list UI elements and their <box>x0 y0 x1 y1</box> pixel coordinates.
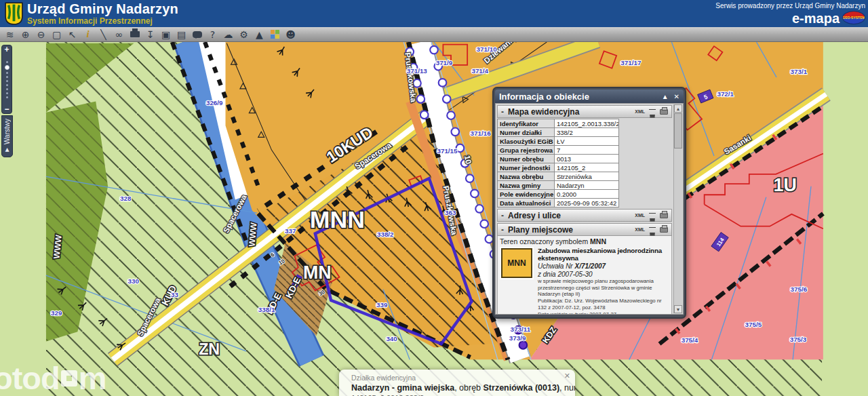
parcel-number: 375/6 <box>791 285 808 293</box>
xml-icon[interactable]: XML <box>635 213 645 218</box>
user-feedback-icon[interactable]: ☻ <box>285 28 296 41</box>
zoom-minus-button[interactable]: − <box>4 105 9 113</box>
popup-titlebar[interactable]: Informacja o obiekcie ▲ ✕ <box>495 90 684 103</box>
close-icon[interactable]: ✕ <box>674 93 679 100</box>
parcel-number: 371/15 <box>437 147 458 155</box>
section-plany: - Plany miejscowe XML Teren oznaczony sy… <box>497 223 672 315</box>
parcel-number: 371/16 <box>471 130 492 137</box>
collapse-icon[interactable]: - <box>501 225 504 235</box>
table-row: Numer jednostki142105_2 <box>498 163 619 172</box>
plan-publication: Publikacja: Dz. Urz. Województwa Mazowie… <box>538 298 669 311</box>
coordinates-pin-icon[interactable]: ↧ <box>144 28 156 41</box>
resolution-number: X/71/2007 <box>574 262 606 270</box>
zoom-slider-handle[interactable] <box>5 65 9 70</box>
object-info-icon[interactable]: i <box>82 28 94 41</box>
object-info-popup: Informacja o obiekcie ▲ ✕ - Mapa ewidenc… <box>492 87 686 319</box>
copy-view-icon[interactable]: ▣ <box>160 28 172 41</box>
print-icon[interactable] <box>129 28 140 41</box>
xml-icon[interactable]: XML <box>635 109 645 114</box>
section-header[interactable]: - Plany miejscowe XML <box>497 223 672 236</box>
basemap-mosaic-icon[interactable] <box>269 28 281 41</box>
zoom-slider-track[interactable] <box>5 54 9 105</box>
print-icon[interactable] <box>660 109 668 115</box>
close-icon[interactable]: ✕ <box>564 372 570 380</box>
parcel-number: 328 <box>120 195 132 202</box>
layers-tab[interactable]: ▼ Warstwy <box>1 115 13 157</box>
list-icon[interactable] <box>649 213 656 218</box>
plan-effective-date: Data wejścia w życie: 2007-07-27 <box>538 311 669 315</box>
parcel-number: 337 <box>285 227 296 235</box>
parcel-number: 373/9 <box>509 334 526 342</box>
parcel-number: 340 <box>386 335 397 342</box>
parcel-number: 330 <box>128 277 140 285</box>
comment-icon[interactable] <box>191 28 203 41</box>
parcel-number: 329 <box>51 309 62 317</box>
parcel-info-bar: ✕ Działka ewidencyjna Nadarzyn - gmina w… <box>339 370 575 396</box>
collapse-icon[interactable]: - <box>501 107 504 117</box>
scroll-down-icon[interactable]: ▼ <box>674 305 682 313</box>
parcel-number: 373/1 <box>791 68 808 75</box>
select-area-icon[interactable]: ▢ <box>51 28 62 41</box>
help-icon[interactable]: ? <box>207 28 218 41</box>
scroll-up-icon[interactable]: ▲ <box>674 104 682 113</box>
section-title: Plany miejscowe <box>508 225 631 235</box>
link-icon[interactable]: ∞ <box>113 28 125 41</box>
table-row: Klasoużytki EGiBŁV <box>498 137 619 146</box>
print-icon[interactable] <box>660 213 668 218</box>
map-canvas[interactable]: 5 3 114 105 <box>0 42 868 396</box>
popup-scrollbar[interactable]: ▲ ▼ <box>673 104 682 313</box>
popup-body: - Mapa ewidencyjna XML Identyfikator1421… <box>495 103 684 315</box>
road-width-label: 10 <box>463 155 473 165</box>
pointer-icon[interactable]: ↖ <box>66 28 78 41</box>
layers-tab-label: Warstwy <box>3 119 11 144</box>
table-row: Nazwa gminyNadarzyn <box>498 181 619 190</box>
section-header[interactable]: - Mapa ewidencyjna XML <box>497 105 672 118</box>
parcel-number: 371/10 <box>477 45 498 53</box>
emapa-brand[interactable]: e-mapa <box>792 11 840 26</box>
settings-icon[interactable]: ⚙ <box>238 28 250 41</box>
collapse-icon[interactable]: - <box>501 211 504 220</box>
panels-icon[interactable]: ▤ <box>176 28 187 41</box>
table-row: Grupa rejestrowa7 <box>498 146 619 155</box>
parcel-number: 373/11 <box>511 325 531 333</box>
minimize-icon[interactable]: ▲ <box>662 93 669 100</box>
scrollbar-thumb[interactable] <box>674 113 682 148</box>
toolbar: ≋ ⊕ ⊖ ▢ ↖ i ╲ ∞ ↧ ▣ ▤ ? ☁ ⚙ ▲ ☻ <box>0 27 868 42</box>
parcel-number: 338/2 <box>377 231 394 238</box>
xml-icon[interactable]: XML <box>635 227 645 232</box>
north-arrow-icon[interactable]: ▲ <box>254 28 265 41</box>
map-container: 5 3 114 105 <box>0 42 868 396</box>
app: Urząd Gminy Nadarzyn System Informacji P… <box>0 0 868 396</box>
table-row: Identyfikator142105_2.0013.338/2 <box>498 119 619 128</box>
parcel-number: 371/4 <box>471 67 488 75</box>
plan-details: Teren oznaczony symbolem MNN MNN Zabudow… <box>497 236 672 315</box>
section-header[interactable]: - Adresy i ulice XML <box>497 209 672 222</box>
section-adresy: - Adresy i ulice XML <box>497 209 672 222</box>
layers-icon[interactable]: ≋ <box>4 28 16 41</box>
popup-title: Informacja o obiekcie <box>499 92 656 102</box>
print-icon[interactable] <box>660 227 668 233</box>
gmina-crest-logo <box>5 1 23 26</box>
list-icon[interactable] <box>649 227 656 233</box>
parcel-number: 33 <box>171 291 178 298</box>
list-icon[interactable] <box>649 109 656 115</box>
layers-tab-arrow: ▼ <box>3 146 11 154</box>
section-mapa-ewidencyjna: - Mapa ewidencyjna XML Identyfikator1421… <box>497 105 672 207</box>
section-title: Adresy i ulice <box>508 211 631 220</box>
zoom-in-icon[interactable]: ⊕ <box>20 28 31 41</box>
parcel-number: 363 <box>445 209 456 216</box>
parcel-number: 371/17 <box>620 59 642 66</box>
section-title: Mapa ewidencyjna <box>508 107 631 117</box>
parcel-number: 375/4 <box>682 336 698 344</box>
measure-icon[interactable]: ╲ <box>98 28 109 41</box>
service-note: Serwis prowadzony przez Urząd Gminy Nada… <box>715 2 865 9</box>
parcel-number: 371/9 <box>436 59 453 66</box>
parcel-bar-main: Nadarzyn - gmina wiejska, obręb Strzenió… <box>351 383 568 393</box>
zone-label: 1U <box>774 175 797 195</box>
resolution-date: z dnia 2007-05-30 <box>538 271 669 278</box>
zoom-out-icon[interactable]: ⊖ <box>35 28 47 41</box>
plan-description: w sprawie miejscowego planu zagospodarow… <box>538 278 669 298</box>
cloud-services-icon[interactable]: ☁ <box>222 28 234 41</box>
zoom-slider: + − <box>1 45 12 114</box>
zoom-plus-button[interactable]: + <box>4 45 9 54</box>
